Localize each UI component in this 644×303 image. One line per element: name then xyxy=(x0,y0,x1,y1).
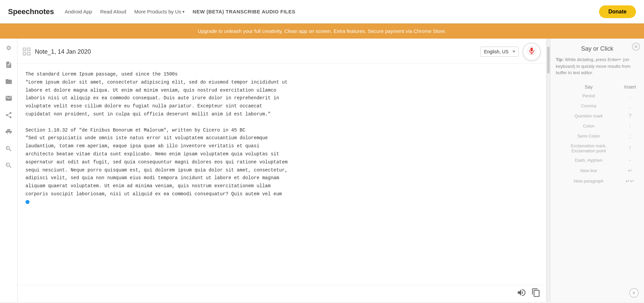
say-table-row[interactable]: Dash, Hyphen- xyxy=(556,155,639,165)
insert-value: ? xyxy=(622,111,639,121)
copy-icon[interactable] xyxy=(531,288,541,299)
say-table-row[interactable]: Exclamation mark, Exclamation point! xyxy=(556,141,639,155)
say-command: Dash, Hyphen xyxy=(556,155,622,165)
android-app-link[interactable]: Android App xyxy=(65,9,92,14)
text-content: The standard Lorem Ipsum passage, used s… xyxy=(25,70,538,198)
say-command: Exclamation mark, Exclamation point xyxy=(556,141,622,155)
header: Speechnotes Android App Read Aloud More … xyxy=(0,0,644,23)
language-select[interactable]: English, US xyxy=(480,47,519,57)
say-table: Say Insert Period.Comma,Question mark?Co… xyxy=(556,83,639,186)
say-command: Colon xyxy=(556,121,622,131)
say-header: Say xyxy=(556,83,622,91)
cursor-indicator xyxy=(25,200,30,204)
expand-icon[interactable]: ↖ ↗ ↙ ↘ xyxy=(23,48,31,56)
editor-area: ↖ ↗ ↙ ↘ Note_1, 14 Jan 2020 English, US xyxy=(17,39,546,302)
logo: Speechnotes xyxy=(8,7,54,16)
tip-content: While dictating, press Enter↵ (on keyboa… xyxy=(556,57,631,75)
donate-button[interactable]: Donate xyxy=(599,5,636,18)
say-panel: ✕ Say or Click Tip: While dictating, pre… xyxy=(550,39,644,302)
say-table-row[interactable]: Semi Colon; xyxy=(556,131,639,141)
say-command: Semi Colon xyxy=(556,131,622,141)
insert-value: ↵↵ xyxy=(622,176,639,186)
upgrade-banner[interactable]: Upgrade to unleash your full creativity.… xyxy=(0,23,644,39)
insert-value: : xyxy=(622,121,639,131)
more-products-button[interactable]: More Products by Us ▾ xyxy=(134,9,184,14)
say-table-row[interactable]: Comma, xyxy=(556,101,639,111)
say-command: New line xyxy=(556,165,622,176)
read-aloud-link[interactable]: Read Aloud xyxy=(100,9,126,14)
microphone-icon xyxy=(527,46,536,58)
insert-value: ! xyxy=(622,141,639,155)
settings-icon[interactable]: ⚙ xyxy=(3,43,14,53)
svg-rect-1 xyxy=(531,47,533,51)
editor-scrollbar[interactable] xyxy=(546,39,550,302)
sound-icon[interactable] xyxy=(517,288,526,299)
insert-value: , xyxy=(622,101,639,111)
say-panel-title: Say or Click xyxy=(556,45,639,52)
insert-header: Insert xyxy=(622,83,639,91)
say-command: Period xyxy=(556,91,622,101)
chevron-down-icon: ▾ xyxy=(182,9,184,14)
say-table-row[interactable]: New paragraph↵↵ xyxy=(556,176,639,186)
zoom-in-icon[interactable] xyxy=(3,143,14,154)
editor-text[interactable]: The standard Lorem Ipsum passage, used s… xyxy=(17,64,546,285)
beta-transcribe-link[interactable]: NEW (BETA) TRANSCRIBE AUDIO FILES xyxy=(193,9,296,14)
say-panel-close-button[interactable]: ✕ xyxy=(632,43,640,51)
say-table-row[interactable]: Colon: xyxy=(556,121,639,131)
say-command: Question mark xyxy=(556,111,622,121)
email-icon[interactable] xyxy=(3,93,14,104)
sidebar: ⚙ xyxy=(0,39,17,302)
folder-icon[interactable] xyxy=(3,76,14,87)
editor-topbar: ↖ ↗ ↙ ↘ Note_1, 14 Jan 2020 English, US xyxy=(17,39,546,64)
tip-text: Tip: While dictating, press Enter↵ (on k… xyxy=(556,56,639,76)
insert-value: ↵ xyxy=(622,165,639,176)
insert-value: ; xyxy=(622,131,639,141)
insert-value: - xyxy=(622,155,639,165)
microphone-button[interactable] xyxy=(523,43,541,61)
say-command: Comma xyxy=(556,101,622,111)
zoom-out-icon[interactable] xyxy=(3,160,14,171)
say-table-row[interactable]: Question mark? xyxy=(556,111,639,121)
note-title: Note_1, 14 Jan 2020 xyxy=(35,48,91,55)
scroll-thumb[interactable] xyxy=(547,47,550,73)
main-area: ⚙ ↖ ↗ ↙ ↘ Note xyxy=(0,39,644,302)
bottom-close-button[interactable]: ✕ xyxy=(629,288,639,298)
print-icon[interactable] xyxy=(3,127,14,137)
nav: Android App Read Aloud More Products by … xyxy=(65,9,599,14)
add-note-icon[interactable] xyxy=(3,59,14,70)
say-table-row[interactable]: New line↵ xyxy=(556,165,639,176)
tip-label: Tip: xyxy=(556,57,564,62)
say-command: New paragraph xyxy=(556,176,622,186)
say-table-row[interactable]: Period. xyxy=(556,91,639,101)
editor-bottombar xyxy=(17,285,546,302)
share-icon[interactable] xyxy=(3,110,14,120)
insert-value: . xyxy=(622,91,639,101)
